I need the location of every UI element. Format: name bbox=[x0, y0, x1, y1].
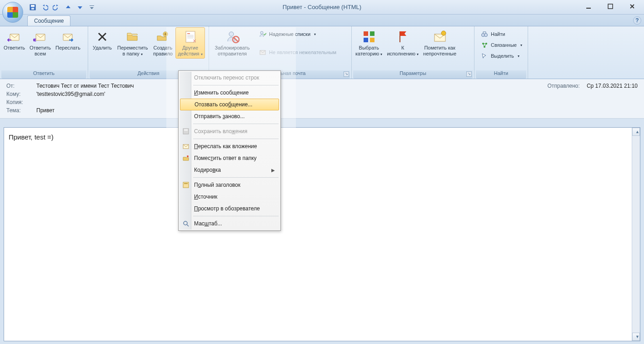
categorize-icon bbox=[362, 30, 376, 44]
svg-rect-2 bbox=[31, 8, 34, 10]
help-button[interactable]: ? bbox=[633, 16, 641, 25]
not-junk-button: Не является нежелательным bbox=[257, 47, 339, 57]
close-button[interactable] bbox=[621, 0, 643, 13]
chevron-down-icon: ▾ bbox=[518, 54, 519, 58]
options-group-launcher[interactable]: ↘ bbox=[466, 71, 472, 77]
menu-move-reply[interactable]: Поместить ответ в папку bbox=[180, 152, 280, 164]
other-actions-button[interactable]: Другиедействия ▾ bbox=[175, 27, 205, 59]
window-controls bbox=[578, 0, 643, 13]
qat-previous-button[interactable] bbox=[63, 2, 74, 12]
qat-redo-button[interactable] bbox=[51, 2, 62, 12]
mark-unread-icon bbox=[433, 30, 447, 44]
follow-up-button[interactable]: Кисполнению ▾ bbox=[384, 27, 421, 59]
sent-value: Ср 17.03.2021 21:10 bbox=[587, 83, 638, 89]
group-options-label: Параметры↘ bbox=[353, 70, 473, 79]
other-actions-icon bbox=[183, 30, 198, 44]
message-body[interactable]: Привет, test =) bbox=[4, 128, 632, 341]
reply-icon bbox=[7, 30, 22, 44]
select-button[interactable]: Выделить ▾ bbox=[479, 51, 524, 61]
menu-separator bbox=[193, 177, 279, 178]
arrow-down-icon bbox=[77, 4, 83, 10]
svg-rect-19 bbox=[364, 31, 368, 36]
zoom-icon bbox=[181, 219, 190, 228]
scrollbar-track[interactable] bbox=[632, 136, 640, 333]
to-value: 'testtestovic395@gmail.com' bbox=[36, 91, 105, 97]
menu-edit-message[interactable]: Изменить сообщение bbox=[180, 87, 280, 99]
svg-rect-31 bbox=[184, 129, 188, 131]
svg-rect-35 bbox=[184, 183, 188, 184]
menu-zoom[interactable]: Масштаб... bbox=[180, 218, 280, 229]
sent-field: Отправлено: Ср 17.03.2021 21:10 bbox=[547, 83, 638, 89]
folder-move-icon bbox=[125, 30, 140, 44]
other-actions-dropdown: Отключить перенос строк Изменить сообщен… bbox=[178, 70, 281, 231]
related-button[interactable]: Связанные ▾ bbox=[479, 40, 524, 50]
menu-source[interactable]: Источник bbox=[180, 191, 280, 203]
svg-rect-14 bbox=[187, 38, 194, 38]
tab-message[interactable]: Сообщение bbox=[27, 15, 70, 26]
find-button[interactable]: Найти bbox=[479, 29, 524, 39]
close-icon bbox=[629, 4, 635, 9]
delete-label: Удалить bbox=[93, 45, 112, 51]
menu-recall-message[interactable]: Отозвать сообщение... bbox=[180, 99, 279, 110]
not-junk-label: Не является нежелательным bbox=[269, 50, 336, 55]
group-options: Выбратькатегорию ▾ Кисполнению ▾ Пометит… bbox=[352, 26, 474, 79]
svg-rect-5 bbox=[608, 4, 613, 9]
cc-label: Копия: bbox=[6, 99, 36, 105]
scroll-down-button[interactable]: ▼ bbox=[632, 333, 640, 341]
office-button[interactable] bbox=[2, 2, 23, 23]
mark-unread-button[interactable]: Пометить какнепрочтенные bbox=[421, 27, 459, 58]
svg-rect-13 bbox=[187, 36, 194, 37]
minimize-button[interactable] bbox=[578, 0, 599, 13]
forward-icon bbox=[60, 30, 75, 44]
menu-encoding[interactable]: Кодировка ▶ bbox=[180, 164, 280, 176]
safe-lists-label: Надежные списки bbox=[269, 31, 310, 37]
svg-rect-3 bbox=[90, 5, 94, 6]
menu-resend[interactable]: Отправить заново... bbox=[180, 110, 280, 122]
categorize-button[interactable]: Выбратькатегорию ▾ bbox=[353, 27, 384, 59]
move-to-folder-button[interactable]: Переместитьв папку ▾ bbox=[115, 27, 150, 59]
svg-point-33 bbox=[187, 155, 189, 157]
find-label: Найти bbox=[491, 31, 505, 37]
svg-rect-12 bbox=[187, 35, 194, 35]
create-rule-button[interactable]: Создатьправило bbox=[150, 27, 175, 58]
other-actions-label: Другиедействия ▾ bbox=[178, 45, 202, 57]
reply-all-icon bbox=[33, 30, 48, 44]
forward-button[interactable]: Переслать bbox=[53, 27, 83, 52]
message-body-frame: Привет, test =) ▲ ▼ bbox=[4, 127, 640, 341]
maximize-button[interactable] bbox=[599, 0, 621, 13]
junk-group-launcher[interactable]: ↘ bbox=[344, 71, 349, 77]
mark-unread-label: Пометить какнепрочтенные bbox=[423, 45, 456, 57]
safe-lists-button[interactable]: Надежные списки ▾ bbox=[257, 29, 339, 39]
reply-button[interactable]: Ответить bbox=[1, 27, 27, 52]
qat-next-button[interactable] bbox=[75, 2, 85, 12]
qat-customize-button[interactable] bbox=[86, 2, 97, 12]
undo-icon bbox=[41, 4, 48, 11]
vertical-scrollbar[interactable]: ▲ ▼ bbox=[632, 128, 640, 341]
chevron-down-icon bbox=[89, 5, 95, 10]
scroll-up-button[interactable]: ▲ bbox=[632, 128, 640, 136]
menu-full-header[interactable]: Полный заголовок bbox=[180, 179, 280, 191]
full-header-icon bbox=[181, 180, 190, 189]
qat-undo-button[interactable] bbox=[39, 2, 50, 12]
svg-rect-22 bbox=[370, 38, 374, 42]
reply-all-button[interactable]: Ответитьвсем bbox=[27, 27, 53, 58]
delete-button[interactable]: Удалить bbox=[90, 27, 115, 52]
group-reply-label: Ответить bbox=[1, 70, 86, 79]
ribbon: Ответить Ответитьвсем Переслать Ответить… bbox=[0, 26, 644, 79]
save-attachments-icon bbox=[181, 127, 190, 136]
qat-save-button[interactable] bbox=[27, 2, 38, 12]
minimize-icon bbox=[586, 4, 591, 9]
arrow-up-icon bbox=[65, 4, 71, 10]
select-label: Выделить bbox=[491, 53, 514, 59]
safe-lists-icon bbox=[259, 30, 266, 38]
menu-separator bbox=[193, 139, 279, 139]
chevron-down-icon: ▾ bbox=[520, 43, 522, 47]
svg-rect-11 bbox=[187, 33, 190, 34]
menu-view-browser[interactable]: Просмотр в обозревателе bbox=[180, 203, 280, 214]
menu-forward-attachment[interactable]: Переслать как вложение bbox=[180, 140, 280, 152]
move-reply-icon bbox=[181, 154, 190, 163]
group-find-label: Найти bbox=[476, 70, 526, 79]
block-sender-button[interactable]: Заблокироватьотправителя bbox=[210, 27, 254, 58]
ribbon-tab-row: Сообщение ? bbox=[0, 15, 644, 26]
reply-all-label: Ответитьвсем bbox=[30, 45, 51, 57]
